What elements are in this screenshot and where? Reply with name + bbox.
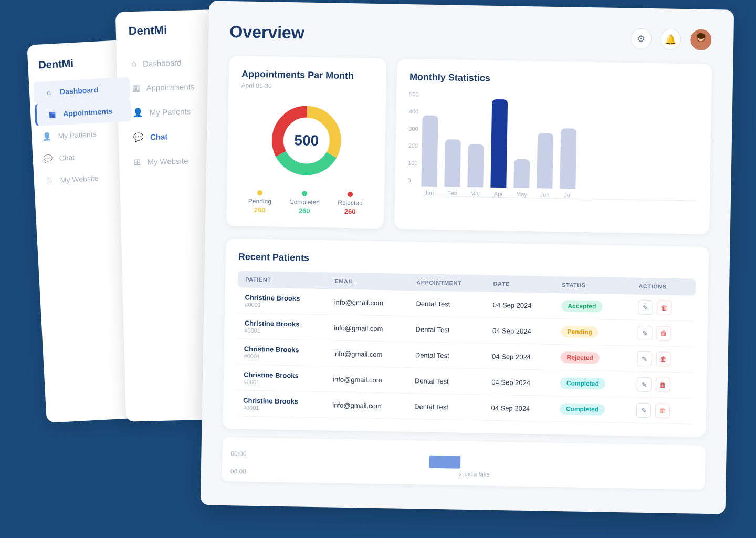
rejected-label: Rejected <box>338 199 363 207</box>
y-label-0: 0 <box>407 177 417 183</box>
y-label-200: 200 <box>408 142 418 149</box>
status-badge: Completed <box>560 377 605 389</box>
person-icon-mid: 👤 <box>133 108 143 118</box>
bar-mar: Mar <box>467 144 484 197</box>
delete-button[interactable]: 🗑 <box>655 403 670 418</box>
col-date: DATE <box>486 275 554 293</box>
settings-button[interactable]: ⚙ <box>631 28 652 49</box>
bar-feb: Feb <box>444 139 461 196</box>
bar-jan-rect <box>422 115 438 187</box>
y-label-400: 400 <box>409 108 419 115</box>
donut-total: 500 <box>294 132 319 149</box>
status-badge: Accepted <box>561 300 602 312</box>
status-badge: Completed <box>560 403 605 415</box>
patient-name: Christine Brooks <box>243 396 318 405</box>
bar-chart-area: 500 400 300 200 100 0 Jan Feb <box>407 91 699 201</box>
delete-button[interactable]: 🗑 <box>655 377 670 392</box>
status-cell: Completed <box>552 370 629 397</box>
col-patient: PATIENT <box>238 271 328 289</box>
donut-card: Appointments Par Month April 01-30 500 <box>226 56 387 229</box>
website-icon: ⊞ <box>44 175 54 185</box>
appointment-cell: Dental Test <box>407 394 484 421</box>
chat-icon: 💬 <box>43 153 53 163</box>
donut-legend: Pending 260 Completed 260 Rejected 260 <box>239 190 372 215</box>
patient-name: Christine Brooks <box>244 370 319 379</box>
y-axis: 500 400 300 200 100 0 <box>407 91 419 196</box>
edit-button[interactable]: ✎ <box>638 300 653 315</box>
cards-row: Appointments Par Month April 01-30 500 <box>226 56 712 234</box>
delete-button[interactable]: 🗑 <box>656 326 671 340</box>
bar-may: May <box>513 159 530 198</box>
bar-may-rect <box>514 159 530 189</box>
patient-id: #0001 <box>243 404 318 411</box>
email-cell: info@gmail.com <box>327 289 409 316</box>
watermark-text: is just a fake <box>457 471 489 478</box>
home-icon-mid: ⌂ <box>131 59 136 68</box>
bar-chart-title: Monthly Statistics <box>410 71 699 88</box>
status-badge: Rejected <box>561 351 600 364</box>
email-cell: info@gmail.com <box>325 392 407 419</box>
bar-jan: Jan <box>421 115 438 196</box>
user-avatar[interactable] <box>689 28 713 51</box>
y-label-500: 500 <box>409 91 419 97</box>
status-cell: Completed <box>552 396 629 423</box>
table-body: Christine Brooks #0001 info@gmail.com De… <box>236 287 696 424</box>
appointment-cell: Dental Test <box>407 368 485 395</box>
home-icon: ⌂ <box>44 87 54 97</box>
completed-label: Completed <box>289 198 320 206</box>
date-cell: 04 Sep 2024 <box>485 317 554 344</box>
status-cell: Pending <box>553 318 631 346</box>
bar-feb-rect <box>445 139 461 187</box>
page-title: Overview <box>229 22 304 43</box>
email-cell: info@gmail.com <box>326 366 408 394</box>
bar-mar-label: Mar <box>470 190 480 196</box>
delete-button[interactable]: 🗑 <box>656 351 670 366</box>
cal-content: is just a fake <box>250 444 697 483</box>
email-cell: info@gmail.com <box>327 315 409 342</box>
cal-time-2: 00:00 <box>230 468 246 475</box>
col-status: STATUS <box>554 276 632 295</box>
patient-name: Christine Brooks <box>244 345 319 354</box>
bar-jun: Jun <box>537 133 553 198</box>
legend-completed: Completed 260 <box>289 191 320 215</box>
appointment-cell: Dental Test <box>407 342 485 369</box>
col-appointment: APPOINTMENT <box>409 274 486 292</box>
date-cell: 04 Sep 2024 <box>485 343 553 370</box>
y-label-300: 300 <box>408 126 418 132</box>
bar-may-label: May <box>516 191 527 198</box>
patient-id: #0001 <box>244 353 319 360</box>
avatar-image <box>690 28 712 51</box>
status-cell: Accepted <box>554 293 631 320</box>
completed-dot <box>302 191 307 196</box>
gear-icon: ⚙ <box>637 33 645 45</box>
bar-apr: Apr <box>490 99 508 197</box>
date-cell: 04 Sep 2024 <box>484 395 552 421</box>
actions-cell: ✎ 🗑 <box>629 397 694 424</box>
cal-time-1: 00:00 <box>230 450 246 458</box>
edit-button[interactable]: ✎ <box>638 326 653 340</box>
bar-jul: Jul <box>560 128 576 199</box>
delete-button[interactable]: 🗑 <box>657 300 671 315</box>
completed-value: 260 <box>289 206 320 215</box>
main-header: Overview ⚙ 🔔 <box>229 20 713 51</box>
edit-button[interactable]: ✎ <box>637 377 652 392</box>
main-content: Overview ⚙ 🔔 Appointmen <box>201 1 734 514</box>
patient-cell: Christine Brooks #0001 <box>237 287 327 314</box>
edit-button[interactable]: ✎ <box>637 351 652 366</box>
pending-dot <box>257 190 262 195</box>
notifications-button[interactable]: 🔔 <box>660 28 681 50</box>
status-cell: Rejected <box>553 344 630 371</box>
appointment-cell: Dental Test <box>408 291 486 317</box>
donut-date-range: April 01-30 <box>242 81 374 91</box>
patient-cell: Christine Brooks #0001 <box>236 365 326 392</box>
table-title: Recent Patients <box>238 251 696 270</box>
calendar-icon-mid: ▦ <box>132 83 140 93</box>
header-icons: ⚙ 🔔 <box>631 27 713 51</box>
donut-chart: 500 <box>264 98 349 183</box>
cal-event <box>429 456 460 469</box>
actions-cell: ✎ 🗑 <box>630 346 695 373</box>
patient-name: Christine Brooks <box>245 319 320 328</box>
edit-button[interactable]: ✎ <box>636 403 651 418</box>
col-actions: ACTIONS <box>631 277 696 295</box>
recent-patients-card: Recent Patients PATIENT EMAIL APPOINTMEN… <box>223 239 709 437</box>
